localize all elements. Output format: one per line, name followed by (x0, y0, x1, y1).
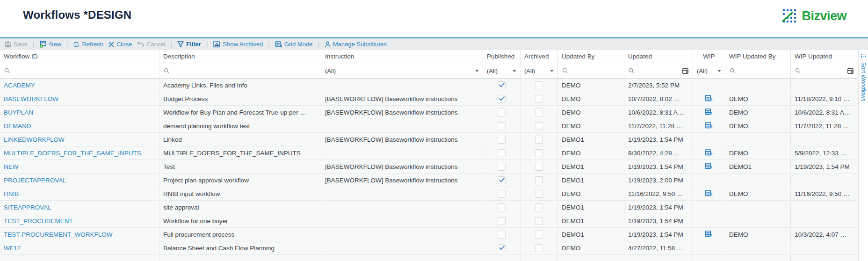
filter-archived-select[interactable]: (All) (521, 63, 558, 78)
show-archived-button[interactable]: Show Archived (213, 41, 263, 48)
col-header-updated[interactable]: Updated (624, 50, 693, 63)
archived-checkbox[interactable] (535, 203, 543, 211)
col-header-published[interactable]: Published (483, 50, 521, 63)
archived-checkbox[interactable] (535, 81, 543, 89)
calendar-icon[interactable] (847, 67, 854, 74)
new-button[interactable]: New (39, 41, 61, 48)
archived-checkbox[interactable] (535, 136, 543, 144)
workflow-id-link[interactable]: RNIB (4, 190, 19, 197)
table-row[interactable]: BASEWORKFLOW Budget Process [BASEWORKFLO… (0, 92, 858, 106)
col-header-updated-by[interactable]: Updated By (558, 50, 624, 63)
filter-workflow-id[interactable] (0, 63, 159, 78)
filter-published-select[interactable]: (All) (483, 63, 521, 78)
published-checkbox[interactable] (498, 176, 506, 184)
filter-instruction-select[interactable]: (All) (321, 63, 483, 78)
updated-filter-input[interactable] (637, 67, 679, 74)
grid-mode-button[interactable]: Grid Mode (275, 41, 313, 48)
published-checkbox[interactable] (498, 122, 506, 130)
table-row[interactable]: TEST_PROCUREMENT Workflow for one buyer … (0, 214, 858, 228)
archived-checkbox[interactable] (535, 109, 543, 116)
table-row[interactable]: NEW Test [BASEWORKFLOW] Baseworkflow ins… (0, 160, 858, 174)
wip-icon[interactable] (705, 95, 713, 103)
wip-updated-by-filter-input[interactable] (738, 67, 787, 74)
published-checkbox[interactable] (498, 163, 506, 171)
col-header-instruction[interactable]: Instruction (321, 50, 483, 63)
archived-cell (521, 201, 558, 214)
wip-icon[interactable] (705, 190, 713, 198)
workflow-id-link[interactable]: TEST-PROCUREMENT_WORKFLOW (4, 231, 113, 238)
archived-checkbox[interactable] (535, 95, 543, 103)
updated-cell: 1/19/2023, 1:54 PM (624, 228, 693, 241)
filter-button[interactable]: Filter (177, 41, 201, 48)
save-button[interactable]: Save (5, 41, 28, 48)
wip-updated-filter-input[interactable] (804, 67, 844, 74)
archived-checkbox[interactable] (535, 176, 543, 184)
table-row[interactable]: BUYPLAN Workflow for Buy Plan and Foreca… (0, 106, 858, 119)
published-checkbox[interactable] (498, 203, 506, 211)
wip-icon[interactable] (705, 163, 713, 171)
table-row[interactable]: ACADEMY Academy Links, Files and Info DE… (0, 79, 858, 92)
archived-checkbox[interactable] (535, 190, 543, 198)
archived-checkbox[interactable] (535, 149, 543, 157)
filter-updated-by[interactable] (558, 63, 624, 78)
filter-wip-updated[interactable] (791, 63, 858, 78)
col-header-archived[interactable]: Archived (521, 50, 558, 63)
published-checkbox[interactable] (498, 217, 506, 225)
col-header-wip-updated-by[interactable]: WIP Updated By (725, 50, 791, 63)
archived-checkbox[interactable] (535, 163, 543, 171)
workflow-id-link[interactable]: LINKEDWORKFLOW (4, 136, 65, 143)
workflow-id-link[interactable]: DEMAND (4, 123, 31, 130)
table-row[interactable]: LINKEDWORKFLOW Linked [BASEWORKFLOW] Bas… (0, 133, 858, 146)
filter-wip-updated-by[interactable] (725, 63, 791, 78)
workflow-id-link[interactable]: MULTIPLE_DOERS_FOR_THE_SAME_INPUTS (4, 150, 141, 157)
refresh-button[interactable]: Refresh (73, 41, 103, 48)
col-header-description[interactable]: Description (159, 50, 321, 63)
workflow-id-link[interactable]: BUYPLAN (4, 109, 33, 116)
description-filter-input[interactable] (173, 67, 317, 74)
table-row[interactable]: SITEAPPROVAL site approval DEMO1 1/19/20… (0, 201, 858, 214)
updated-by-filter-input[interactable] (571, 67, 620, 74)
col-header-wip[interactable]: WIP (693, 50, 725, 63)
filter-description[interactable] (159, 63, 321, 78)
bizview-logo-text: Bizview (802, 9, 846, 23)
cancel-button[interactable]: Cancel (137, 41, 165, 48)
workflow-id-link[interactable]: WF12 (4, 245, 21, 252)
published-checkbox[interactable] (498, 81, 506, 89)
wip-icon[interactable] (705, 109, 713, 116)
archived-checkbox[interactable] (535, 231, 543, 239)
filter-updated[interactable] (624, 63, 693, 78)
workflow-id-link[interactable]: SITEAPPROVAL (4, 204, 51, 211)
workflow-id-filter-input[interactable] (13, 67, 155, 74)
table-row[interactable]: DEMAND demand planning workflow test DEM… (0, 119, 858, 133)
workflow-id-link[interactable]: BASEWORKFLOW (4, 95, 58, 102)
table-row[interactable]: WF12 Balance Sheet and Cash Flow Plannin… (0, 241, 858, 255)
published-checkbox[interactable] (498, 190, 506, 198)
workflow-id-link[interactable]: ACADEMY (4, 82, 35, 89)
published-checkbox[interactable] (498, 136, 506, 144)
published-checkbox[interactable] (498, 109, 506, 116)
archived-checkbox[interactable] (535, 122, 543, 130)
published-checkbox[interactable] (498, 244, 506, 252)
workflow-id-link[interactable]: TEST_PROCUREMENT (4, 218, 73, 225)
published-checkbox[interactable] (498, 95, 506, 103)
table-row[interactable]: RNIB RNIB input workflow DEMO 11/16/2022… (0, 187, 858, 201)
wip-icon[interactable] (705, 231, 713, 239)
wip-icon[interactable] (705, 149, 713, 157)
table-row[interactable]: TEST-PROCUREMENT_WORKFLOW Full procureme… (0, 228, 858, 241)
col-header-workflow-id[interactable]: Workflow ID (0, 50, 159, 63)
table-row[interactable]: PROJECTAPPROVAL Project plan approval wo… (0, 174, 858, 187)
manage-substitutes-button[interactable]: Manage Substitutes (325, 41, 387, 48)
close-button[interactable]: Close (108, 41, 132, 48)
wip-icon[interactable] (705, 122, 713, 130)
archived-checkbox[interactable] (535, 217, 543, 225)
workflow-id-link[interactable]: NEW (4, 163, 19, 170)
archived-checkbox[interactable] (535, 244, 543, 252)
calendar-icon[interactable] (682, 67, 689, 74)
filter-wip-select[interactable]: (All) (693, 63, 725, 78)
published-checkbox[interactable] (498, 231, 506, 239)
sort-workflows-tab[interactable]: Sort Workflows (858, 50, 868, 261)
table-row[interactable]: MULTIPLE_DOERS_FOR_THE_SAME_INPUTS MULTI… (0, 146, 858, 160)
col-header-wip-updated[interactable]: WIP Updated (791, 50, 858, 63)
published-checkbox[interactable] (498, 149, 506, 157)
workflow-id-link[interactable]: PROJECTAPPROVAL (4, 177, 66, 184)
